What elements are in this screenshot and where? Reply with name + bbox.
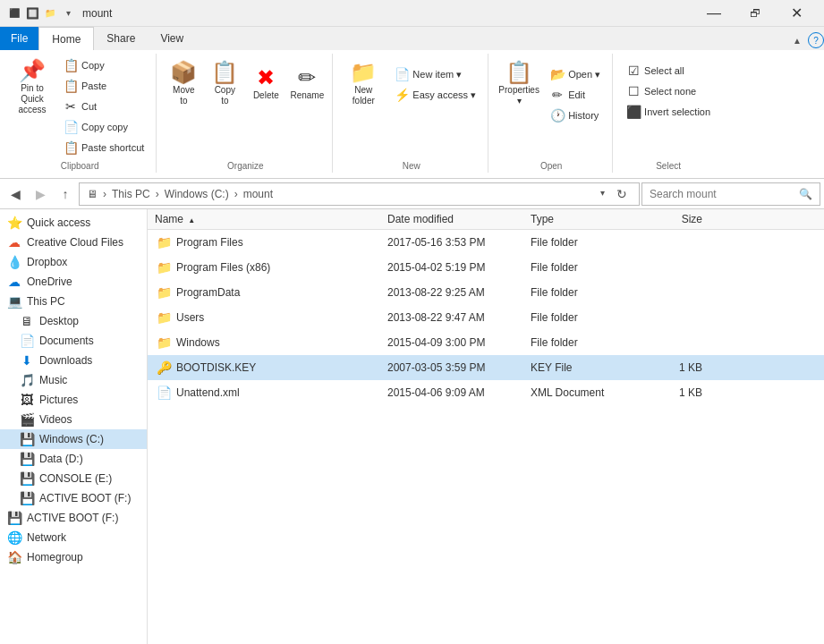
- sidebar-item-active-boot-f2[interactable]: 💾 ACTIVE BOOT (F:): [0, 508, 147, 528]
- sidebar-item-videos[interactable]: 🎬 Videos: [0, 410, 147, 429]
- sidebar-item-quick-access[interactable]: ⭐ Quick access: [0, 213, 147, 233]
- file-type-cell: KEY File: [527, 360, 634, 376]
- sidebar-item-music[interactable]: 🎵 Music: [0, 370, 147, 390]
- sidebar-item-this-pc[interactable]: 💻 This PC: [0, 292, 147, 311]
- ribbon-help-btn[interactable]: ?: [808, 32, 824, 48]
- maximize-button[interactable]: 🗗: [735, 0, 776, 27]
- sidebar-item-documents[interactable]: 📄 Documents: [0, 331, 147, 351]
- new-folder-button[interactable]: 📁 New folder: [340, 55, 387, 113]
- ribbon-collapse-btn[interactable]: ▲: [788, 29, 806, 52]
- new-folder-icon: 📁: [350, 62, 377, 83]
- refresh-button[interactable]: ↻: [612, 184, 632, 204]
- search-input[interactable]: [650, 188, 795, 200]
- properties-button[interactable]: 📋 Properties ▾: [496, 55, 542, 113]
- clipboard-small-btns: 📋 Copy 📋 Paste ✂ Cut 📄 Copy copy 📋: [57, 55, 150, 157]
- sidebar-item-windows-c[interactable]: 💾 Windows (C:): [0, 429, 147, 449]
- cut-button[interactable]: ✂ Cut: [57, 97, 150, 116]
- tab-home[interactable]: Home: [38, 27, 94, 50]
- clipboard-content: 📌 Pin to Quick access 📋 Copy 📋 Paste ✂ C…: [9, 55, 150, 157]
- file-row[interactable]: 📁 Windows 2015-04-09 3:00 PM File folder: [148, 330, 824, 355]
- new-content: 📁 New folder 📄 New item ▾ ⚡ Easy access …: [340, 55, 482, 157]
- search-icon[interactable]: 🔍: [799, 188, 812, 200]
- file-row[interactable]: 📁 Program Files (x86) 2015-04-02 5:19 PM…: [148, 255, 824, 280]
- sidebar-item-creative-cloud[interactable]: ☁ Creative Cloud Files: [0, 233, 147, 252]
- copy-copy-button[interactable]: 📄 Copy copy: [57, 117, 150, 137]
- breadcrumb-drive[interactable]: Windows (C:): [165, 188, 229, 200]
- tab-file[interactable]: File: [0, 27, 38, 50]
- back-button[interactable]: ◀: [4, 182, 27, 206]
- ribbon-tabs: File Home Share View ▲ ?: [0, 27, 824, 50]
- rename-button[interactable]: ✏ Rename: [287, 55, 327, 113]
- col-header-date[interactable]: Date modified: [384, 211, 527, 227]
- music-icon: 🎵: [20, 373, 34, 387]
- sidebar-item-active-boot-f1[interactable]: 💾 ACTIVE BOOT (F:): [0, 488, 147, 508]
- copy-button[interactable]: 📋 Copy: [57, 55, 150, 75]
- pictures-icon: 🖼: [20, 393, 34, 407]
- file-size-cell: [634, 291, 706, 294]
- file-type-cell: File folder: [527, 335, 634, 351]
- up-button[interactable]: ↑: [54, 182, 77, 206]
- sidebar: ⭐ Quick access ☁ Creative Cloud Files 💧 …: [0, 209, 148, 644]
- file-row[interactable]: 📁 ProgramData 2013-08-22 9:25 AM File fo…: [148, 280, 824, 305]
- data-d-icon: 💾: [20, 452, 34, 466]
- col-header-type[interactable]: Type: [527, 211, 634, 227]
- sidebar-item-data-d[interactable]: 💾 Data (D:): [0, 449, 147, 469]
- close-button[interactable]: ✕: [776, 0, 817, 27]
- sidebar-item-pictures[interactable]: 🖼 Pictures: [0, 390, 147, 410]
- file-row-selected[interactable]: 🔑 BOOTDISK.KEY 2007-03-05 3:59 PM KEY Fi…: [148, 355, 824, 380]
- folder-icon: 📁: [155, 309, 173, 326]
- file-date-cell: 2013-08-22 9:47 AM: [384, 309, 527, 326]
- edit-button[interactable]: ✏ Edit: [544, 85, 607, 105]
- open-icon: 📂: [550, 67, 565, 81]
- file-name-cell: 📁 Program Files (x86): [151, 257, 384, 278]
- sidebar-item-console-e[interactable]: 💾 CONSOLE (E:): [0, 469, 147, 488]
- breadcrumb-sep-1: ›: [103, 188, 106, 200]
- pin-quick-access-button[interactable]: 📌 Pin to Quick access: [9, 55, 55, 120]
- invert-selection-button[interactable]: ⬛ Invert selection: [620, 102, 717, 122]
- col-header-size[interactable]: Size: [634, 211, 706, 227]
- sidebar-item-onedrive[interactable]: ☁ OneDrive: [0, 272, 147, 292]
- paste-shortcut-icon: 📋: [64, 140, 78, 155]
- rename-icon: ✏: [298, 67, 316, 89]
- file-size-cell: 1 KB: [634, 360, 706, 376]
- paste-button[interactable]: 📋 Paste: [57, 76, 150, 96]
- search-bar[interactable]: 🔍: [641, 182, 820, 206]
- address-dropdown[interactable]: ▾: [594, 184, 610, 202]
- tab-view[interactable]: View: [148, 27, 196, 50]
- file-name-cell: 📁 Program Files: [151, 232, 384, 253]
- tab-share[interactable]: Share: [94, 27, 148, 50]
- breadcrumb-home[interactable]: 🖥: [87, 188, 98, 200]
- dropdown-arrow[interactable]: ▾: [61, 6, 75, 21]
- address-bar[interactable]: 🖥 › This PC › Windows (C:) › mount ▾ ↻: [79, 182, 640, 206]
- paste-shortcut-button[interactable]: 📋 Paste shortcut: [57, 138, 150, 157]
- sidebar-item-desktop[interactable]: 🖥 Desktop: [0, 311, 147, 331]
- file-name-cell: 📁 ProgramData: [151, 282, 384, 303]
- delete-button[interactable]: ✖ Delete: [246, 55, 285, 113]
- new-item-button[interactable]: 📄 New item ▾: [388, 64, 482, 84]
- select-all-button[interactable]: ☑ Select all: [620, 61, 717, 80]
- col-header-name[interactable]: Name ▲: [151, 211, 384, 227]
- sidebar-item-homegroup[interactable]: 🏠 Homegroup: [0, 547, 147, 567]
- breadcrumb-thispc[interactable]: This PC: [112, 188, 150, 200]
- sidebar-item-dropbox[interactable]: 💧 Dropbox: [0, 252, 147, 272]
- file-row[interactable]: 📄 Unattend.xml 2015-04-06 9:09 AM XML Do…: [148, 380, 824, 405]
- file-row[interactable]: 📁 Program Files 2017-05-16 3:53 PM File …: [148, 230, 824, 255]
- active-boot-f2-icon: 💾: [7, 511, 21, 525]
- easy-access-button[interactable]: ⚡ Easy access ▾: [388, 85, 482, 105]
- sort-icon: ▲: [188, 216, 195, 225]
- open-button[interactable]: 📂 Open ▾: [544, 64, 607, 84]
- file-date-cell: 2015-04-02 5:19 PM: [384, 259, 527, 275]
- forward-button[interactable]: ▶: [29, 182, 52, 206]
- select-none-button[interactable]: ☐ Select none: [620, 81, 717, 101]
- file-size-cell: [634, 241, 706, 244]
- minimize-button[interactable]: —: [693, 0, 735, 27]
- sidebar-item-downloads[interactable]: ⬇ Downloads: [0, 351, 147, 370]
- copy-to-button[interactable]: 📋 Copy to: [205, 55, 244, 113]
- breadcrumb-current[interactable]: mount: [243, 188, 273, 200]
- organize-label: Organize: [227, 161, 264, 171]
- move-to-button[interactable]: 📦 Move to: [164, 55, 203, 113]
- history-button[interactable]: 🕐 History: [544, 106, 607, 125]
- title-controls: — 🗗 ✕: [693, 0, 817, 27]
- sidebar-item-network[interactable]: 🌐 Network: [0, 528, 147, 547]
- file-row[interactable]: 📁 Users 2013-08-22 9:47 AM File folder: [148, 305, 824, 330]
